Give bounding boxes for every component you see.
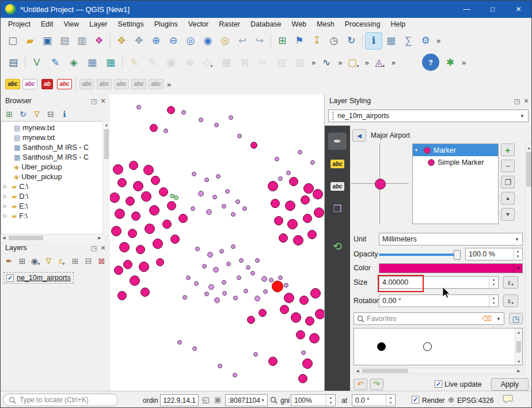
new-print-layout-icon[interactable]: ▤ (56, 33, 73, 49)
rotation-spinbox[interactable]: 0.0 ° ▲▼ (352, 394, 396, 406)
back-button[interactable]: ◀ (352, 129, 366, 142)
spin-arrows[interactable]: ▲▼ (386, 395, 395, 406)
spin-up-icon[interactable]: ▲ (492, 296, 496, 301)
spin-down-icon[interactable]: ▼ (492, 301, 496, 306)
highlight-labels-icon[interactable]: abc (56, 76, 73, 92)
close-panel-icon[interactable]: ✕ (522, 97, 531, 105)
statistics-icon[interactable]: ∑ (400, 33, 416, 49)
spin-down-icon[interactable]: ▼ (329, 401, 333, 406)
map-canvas[interactable] (110, 95, 324, 391)
zoom-next-icon[interactable]: ↪ (252, 33, 268, 49)
messages-bubble-icon[interactable] (503, 395, 513, 405)
new-geopackage-icon[interactable]: ◈ (65, 54, 82, 71)
duplicate-symbol-layer-button[interactable]: ❐ (501, 176, 515, 188)
menu-help[interactable]: Help (385, 18, 411, 30)
collapse-all-layers-icon[interactable]: ⊟ (82, 255, 94, 267)
labeling-rules-icon[interactable]: abc (22, 76, 38, 92)
expander-icon[interactable]: ▷ (3, 203, 9, 209)
browser-item-f[interactable]: ▷▰F:\ (1, 211, 102, 221)
cut-features-icon[interactable]: ✂ (254, 54, 272, 71)
processing-toolbox-icon[interactable]: ⚙ (417, 33, 434, 49)
labels-tab[interactable]: abc (328, 155, 347, 172)
scroll-up-icon[interactable]: ▲ (515, 328, 522, 335)
symbol-dot-white[interactable] (423, 342, 432, 351)
copy-features-icon[interactable]: ▤ (273, 54, 290, 71)
label-toolbar-4-icon[interactable]: abc (131, 76, 147, 92)
layer-labeling-icon[interactable]: abc (5, 76, 21, 92)
redo-style-button[interactable]: ↷ (370, 379, 383, 390)
favorites-combo[interactable]: Favorites ⌫ ▼ (354, 312, 504, 325)
marker-anchor-preview[interactable] (351, 143, 409, 224)
scale-combo[interactable]: :80871104 ▼ (225, 394, 268, 406)
layer-item-ne-10m-airports[interactable]: ✓ ne_10m_airports (4, 273, 73, 283)
scrollbar-thumb[interactable] (516, 341, 521, 353)
slider-handle[interactable] (454, 250, 461, 260)
menu-layer[interactable]: Layer (84, 18, 112, 30)
browser-item-santhosh-m-irs-c[interactable]: ▦Santhosh_M IRS - C (1, 152, 102, 162)
scroll-left-icon[interactable]: ◀ (1, 235, 7, 241)
overflow-chevron-icon[interactable]: » (167, 80, 170, 89)
scroll-right-icon[interactable]: ▶ (96, 235, 103, 241)
browser-vertical-scrollbar[interactable]: ▲ (102, 121, 110, 235)
style-manager-icon[interactable]: ❖ (91, 33, 107, 49)
close-panel-icon[interactable]: ✕ (98, 97, 108, 105)
overflow-chevron-icon[interactable]: » (462, 58, 465, 67)
browser-item-d[interactable]: ▷▰D:\ (1, 191, 102, 201)
chevron-down-icon[interactable]: ▼ (496, 316, 501, 322)
size-spinbox[interactable]: 4.00000 ▲▼ (379, 276, 499, 289)
add-feature-icon[interactable]: ⊕ (181, 54, 198, 71)
remove-layer-icon[interactable]: ⊠ (96, 255, 108, 267)
coordinate-input[interactable]: 122.9,14.1 (160, 394, 199, 406)
filter-expression-icon[interactable]: ε▾ (56, 255, 68, 267)
refresh-map-icon[interactable]: ↻ (343, 33, 359, 49)
float-panel-icon[interactable]: ◳ (512, 97, 522, 105)
paste-features-icon[interactable]: ▥ (291, 54, 309, 71)
close-panel-icon[interactable]: ✕ (98, 244, 108, 252)
expander-icon[interactable]: ▷ (3, 194, 9, 199)
zoom-to-layer-icon[interactable]: ◉ (200, 33, 216, 49)
scroll-down-icon[interactable]: ▼ (515, 358, 522, 365)
refresh-icon[interactable]: ↻ (17, 108, 29, 120)
zoom-to-selection-icon[interactable]: ◎ (217, 33, 233, 49)
zoom-out-icon[interactable]: ⊖ (165, 33, 181, 49)
expander-icon[interactable]: ▷ (3, 213, 9, 218)
chevron-down-icon[interactable]: ▼ (514, 264, 522, 273)
scroll-up-icon[interactable]: ▲ (526, 144, 532, 151)
spin-arrows[interactable]: ▲▼ (489, 277, 498, 288)
spin-up-icon[interactable]: ▲ (492, 277, 496, 282)
filter-legend-icon[interactable]: ∇ (43, 255, 55, 267)
spin-down-icon[interactable]: ▼ (389, 401, 393, 406)
browser-item-mynew-txt[interactable]: ▤mynew.txt (1, 123, 102, 133)
menu-plugins[interactable]: Plugins (149, 18, 183, 30)
new-map-view-icon[interactable]: ⊞ (274, 33, 290, 49)
menu-web[interactable]: Web (287, 18, 311, 30)
spin-arrows[interactable]: ▲▼ (489, 295, 498, 307)
zoom-last-icon[interactable]: ↩ (234, 33, 250, 49)
overflow-chevron-icon[interactable]: » (338, 58, 341, 67)
scrollbar-thumb[interactable] (526, 152, 531, 187)
spin-up-icon[interactable]: ▲ (389, 395, 393, 401)
python-console-icon[interactable]: ∿ (318, 54, 335, 71)
layout-manager-icon[interactable]: ▥ (74, 33, 90, 49)
menu-processing[interactable]: Processing (340, 18, 386, 30)
close-button[interactable]: ✕ (506, 1, 531, 18)
filter-browser-icon[interactable]: ∇ (31, 108, 43, 120)
symbology-tab[interactable]: ✒ (328, 133, 347, 150)
add-layer-icon[interactable]: ⊞ (3, 108, 16, 120)
collapse-icon[interactable]: ▾ (415, 148, 421, 153)
browser-item-uber-pickup[interactable]: ◈Uber_pickup (1, 162, 102, 172)
symbol-list-scrollbar[interactable]: ▲ ▼ (515, 328, 522, 365)
overflow-chevron-icon[interactable]: » (436, 36, 440, 45)
save-bookmark-icon[interactable]: ↧ (309, 33, 325, 49)
label-toolbar-5-icon[interactable]: abc (148, 76, 164, 92)
expander-icon[interactable]: ▷ (3, 184, 9, 189)
data-source-manager-icon[interactable]: ▤ (5, 54, 22, 71)
render-checkbox[interactable]: ✓ (412, 396, 419, 403)
scroll-up-icon[interactable]: ▲ (103, 121, 110, 128)
label-toolbar-1-icon[interactable]: abc (79, 76, 95, 92)
pan-map-icon[interactable]: ✥ (113, 33, 130, 49)
save-edits-icon[interactable]: ▣ (162, 54, 180, 71)
overflow-chevron-icon[interactable]: » (364, 58, 368, 67)
scrollbar-thumb[interactable] (104, 129, 109, 159)
select-features-icon[interactable]: ▢▾ (344, 54, 362, 71)
